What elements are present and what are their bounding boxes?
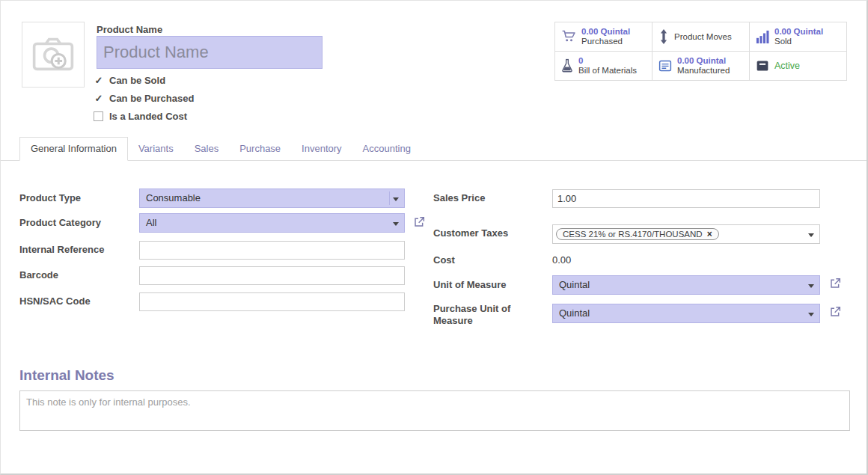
tab-variants[interactable]: Variants xyxy=(128,138,184,160)
tab-purchase[interactable]: Purchase xyxy=(229,138,291,160)
sales-price-input[interactable] xyxy=(552,189,820,208)
product-type-value: Consumable xyxy=(146,192,201,203)
external-link-icon[interactable] xyxy=(829,306,841,318)
stat-button-manufactured[interactable]: 0.00 Quintal Manufactured xyxy=(652,52,750,81)
internal-notes-heading: Internal Notes xyxy=(19,367,114,384)
tax-tag-text: CESS 21% or RS.4170/THOUSAND xyxy=(563,230,703,239)
checkbox-checked-icon[interactable]: ✓ xyxy=(94,75,104,86)
sold-value: 0.00 Quintal xyxy=(774,27,823,37)
product-name-label: Product Name xyxy=(97,24,162,35)
product-name-input[interactable] xyxy=(97,36,323,69)
chevron-down-icon xyxy=(808,233,814,240)
hsn-sac-code-label: HSN/SAC Code xyxy=(19,295,91,307)
product-form-page: Product Name ✓ Can be Sold ✓ Can be Purc… xyxy=(0,0,868,475)
hsn-sac-code-input[interactable] xyxy=(139,292,405,311)
tax-tag: CESS 21% or RS.4170/THOUSAND × xyxy=(556,228,719,240)
bar-chart-icon xyxy=(756,30,769,43)
chevron-down-icon xyxy=(393,222,399,229)
stat-button-grid: 0.00 Quintal Purchased Product Moves 0.0… xyxy=(554,22,847,81)
stat-text: 0.00 Quintal Manufactured xyxy=(677,56,730,76)
stat-text: 0.00 Quintal Purchased xyxy=(581,27,630,46)
stat-button-sold[interactable]: 0.00 Quintal Sold xyxy=(750,22,847,52)
list-document-icon xyxy=(658,59,672,73)
chevron-down-icon xyxy=(808,313,814,319)
tab-sales[interactable]: Sales xyxy=(184,138,230,160)
tab-general-information[interactable]: General Information xyxy=(19,137,128,161)
bom-label: Bill of Materials xyxy=(578,66,637,76)
purchased-label: Purchased xyxy=(581,37,630,46)
external-link-icon[interactable] xyxy=(829,278,841,289)
internal-notes-textarea[interactable] xyxy=(19,390,850,431)
select-divider xyxy=(389,191,390,205)
tab-bar: General Information Variants Sales Purch… xyxy=(1,138,867,161)
tab-inventory[interactable]: Inventory xyxy=(291,138,352,160)
manufactured-value: 0.00 Quintal xyxy=(677,56,730,66)
can-be-sold-checkbox-row[interactable]: ✓ Can be Sold xyxy=(94,75,165,86)
product-type-label: Product Type xyxy=(19,192,81,204)
product-type-select[interactable]: Consumable xyxy=(139,189,405,208)
can-be-sold-label: Can be Sold xyxy=(109,75,165,86)
cost-label: Cost xyxy=(433,254,455,266)
up-down-arrow-icon xyxy=(658,29,669,44)
chevron-down-icon xyxy=(808,284,814,291)
purchase-unit-of-measure-label: Purchase Unit of Measure xyxy=(433,303,522,327)
sold-label: Sold xyxy=(774,37,823,46)
stat-button-active[interactable]: Active xyxy=(750,52,847,81)
tab-accounting[interactable]: Accounting xyxy=(352,138,421,160)
unit-of-measure-label: Unit of Measure xyxy=(433,279,507,291)
chevron-down-icon xyxy=(393,197,399,204)
stat-button-purchased[interactable]: 0.00 Quintal Purchased xyxy=(555,22,652,52)
stat-text: 0.00 Quintal Sold xyxy=(774,27,823,46)
camera-plus-icon xyxy=(31,34,75,75)
product-category-label: Product Category xyxy=(19,217,101,229)
stat-button-product-moves[interactable]: Product Moves xyxy=(652,22,750,52)
purchase-unit-of-measure-select[interactable]: Quintal xyxy=(552,304,820,323)
stat-button-bill-of-materials[interactable]: 0 Bill of Materials xyxy=(555,52,652,81)
can-be-purchased-checkbox-row[interactable]: ✓ Can be Purchased xyxy=(94,93,194,104)
product-category-value: All xyxy=(146,217,156,228)
sales-price-label: Sales Price xyxy=(433,192,485,204)
checkbox-unchecked-icon[interactable] xyxy=(94,111,103,121)
is-landed-cost-checkbox-row[interactable]: Is a Landed Cost xyxy=(94,111,187,122)
archive-box-icon xyxy=(756,59,769,73)
customer-taxes-label: Customer Taxes xyxy=(433,227,508,239)
product-category-select[interactable]: All xyxy=(139,213,405,233)
customer-taxes-input[interactable]: CESS 21% or RS.4170/THOUSAND × xyxy=(552,224,820,244)
internal-reference-input[interactable] xyxy=(139,241,405,260)
checkbox-checked-icon[interactable]: ✓ xyxy=(94,93,104,104)
product-image-placeholder[interactable] xyxy=(22,22,85,88)
internal-reference-label: Internal Reference xyxy=(19,244,104,256)
external-link-icon[interactable] xyxy=(413,216,425,228)
active-label: Active xyxy=(774,61,800,71)
unit-of-measure-value: Quintal xyxy=(559,279,590,290)
is-landed-cost-label: Is a Landed Cost xyxy=(109,111,187,122)
manufactured-label: Manufactured xyxy=(677,66,730,76)
flask-icon xyxy=(561,58,573,73)
barcode-label: Barcode xyxy=(19,269,58,281)
product-moves-label: Product Moves xyxy=(674,32,732,42)
stat-text: 0 Bill of Materials xyxy=(578,56,637,76)
unit-of-measure-select[interactable]: Quintal xyxy=(552,275,820,295)
cost-value: 0.00 xyxy=(552,254,571,266)
shopping-cart-icon xyxy=(561,29,576,44)
purchased-value: 0.00 Quintal xyxy=(581,27,630,37)
purchase-unit-of-measure-value: Quintal xyxy=(559,307,590,319)
bom-value: 0 xyxy=(578,56,637,66)
barcode-input[interactable] xyxy=(139,266,405,285)
remove-tag-icon[interactable]: × xyxy=(707,230,712,239)
can-be-purchased-label: Can be Purchased xyxy=(109,93,194,104)
